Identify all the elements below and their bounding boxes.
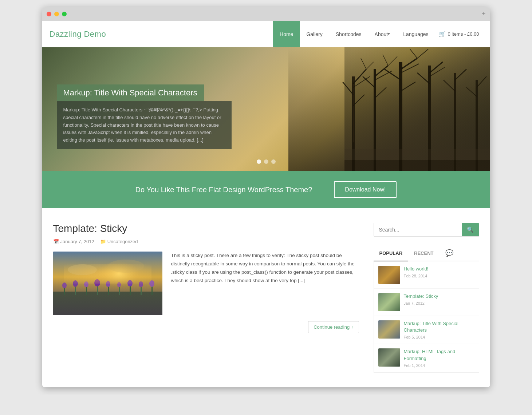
download-button[interactable]: Download Now! [334, 181, 397, 198]
hero-dot-2[interactable] [264, 159, 268, 164]
nav-shortcodes[interactable]: Shortcodes [329, 21, 368, 47]
tab-popular[interactable]: POPULAR [374, 245, 409, 261]
svg-rect-42 [75, 284, 76, 295]
site-header: Dazzling Demo Home Gallery Shortcodes Ab… [42, 21, 490, 47]
maximize-button[interactable] [62, 12, 67, 16]
site-wrapper: Dazzling Demo Home Gallery Shortcodes Ab… [42, 21, 490, 387]
svg-rect-46 [97, 284, 98, 295]
search-input[interactable] [374, 223, 462, 236]
hero-title: Markup: Title With Special Characters [63, 88, 197, 98]
post-meta: 📅 January 7, 2012 📁 Uncategorized [53, 239, 359, 244]
continue-button[interactable]: Continue reading › [308, 321, 359, 333]
hero-desc-box: Markup: Title With Special Characters ~'… [57, 101, 232, 149]
sidebar-tabs: POPULAR RECENT 💬 [374, 245, 479, 261]
sidebar-post-info: Markup: HTML Tags and Formatting Feb 1, … [404, 348, 474, 367]
site-logo[interactable]: Dazzling Demo [50, 29, 273, 39]
svg-point-49 [106, 281, 110, 287]
svg-point-45 [84, 281, 88, 287]
sidebar-post-title[interactable]: Template: Sticky [404, 293, 474, 300]
hero-dot-1[interactable] [257, 159, 261, 164]
svg-point-37 [68, 264, 97, 275]
nav-about[interactable]: About [368, 21, 397, 47]
tab-comments[interactable]: 💬 [440, 245, 459, 261]
svg-rect-39 [53, 292, 162, 315]
hero-trees [266, 47, 490, 171]
sidebar-posts: Hello world! Feb 28, 2014 Template: Stic… [374, 261, 479, 373]
sidebar-post-date: Feb 1, 2014 [404, 363, 474, 368]
continue-reading: Continue reading › [53, 321, 359, 333]
continue-arrow: › [352, 324, 353, 330]
svg-point-51 [117, 282, 121, 287]
svg-point-47 [94, 279, 100, 286]
sidebar-post-thumbnail [378, 320, 400, 339]
sidebar-post-date: Jan 7, 2012 [404, 301, 474, 305]
svg-rect-50 [119, 285, 120, 295]
svg-rect-44 [86, 285, 87, 295]
sidebar-post-date: Feb 5, 2014 [404, 335, 474, 339]
post-thumbnail [53, 252, 162, 315]
sidebar-post-title[interactable]: Markup: HTML Tags and Formatting [404, 348, 474, 361]
cart-icon: 🛒 [439, 31, 446, 37]
expand-icon[interactable]: + [482, 10, 486, 18]
svg-point-38 [108, 260, 144, 273]
svg-point-53 [127, 280, 133, 286]
svg-point-57 [149, 280, 154, 287]
svg-point-43 [73, 280, 78, 287]
posts-area: Template: Sticky 📅 January 7, 2012 📁 Unc… [53, 223, 359, 373]
folder-icon: 📁 [100, 239, 106, 244]
svg-rect-48 [108, 285, 109, 295]
sidebar-post-thumbnail [378, 348, 400, 367]
post-title: Template: Sticky [53, 223, 359, 234]
list-item: Markup: Title With Special Characters Fe… [374, 316, 479, 344]
tab-recent[interactable]: RECENT [408, 245, 439, 261]
sidebar-post-info: Template: Sticky Jan 7, 2012 [404, 293, 474, 305]
sidebar-post-info: Hello world! Feb 28, 2014 [404, 266, 474, 278]
svg-rect-34 [344, 149, 490, 160]
cta-text: Do You Like This Free Flat Design WordPr… [135, 186, 312, 194]
post-category-meta: 📁 Uncategorized [100, 239, 138, 244]
browser-titlebar: + [42, 7, 490, 21]
post-text: This is a sticky post. There are a few t… [171, 252, 359, 315]
svg-rect-33 [344, 160, 490, 171]
search-box: 🔍 [374, 223, 479, 237]
nav-home[interactable]: Home [273, 21, 300, 47]
search-button[interactable]: 🔍 [462, 223, 479, 236]
sidebar: 🔍 POPULAR RECENT 💬 [374, 223, 479, 373]
svg-rect-40 [64, 286, 65, 295]
sidebar-post-date: Feb 28, 2014 [404, 274, 474, 278]
svg-rect-36 [53, 252, 162, 315]
close-button[interactable] [47, 12, 51, 16]
nav-gallery[interactable]: Gallery [300, 21, 329, 47]
hero-description: Markup: Title With Special Characters ~'… [63, 106, 225, 144]
svg-point-55 [139, 281, 143, 287]
post-category: Uncategorized [107, 239, 138, 244]
minimize-button[interactable] [54, 12, 59, 16]
hero-dots [257, 159, 276, 164]
hero-dot-3[interactable] [271, 159, 276, 164]
sidebar-post-info: Markup: Title With Special Characters Fe… [404, 320, 474, 339]
cart-item[interactable]: 🛒 0 items - £0.00 [435, 31, 483, 37]
sidebar-post-title[interactable]: Hello world! [404, 266, 474, 272]
main-content: Template: Sticky 📅 January 7, 2012 📁 Unc… [42, 208, 490, 387]
continue-label: Continue reading [314, 324, 350, 330]
browser-window: + Dazzling Demo Home Gallery Shortcodes … [42, 7, 490, 387]
list-item: Markup: HTML Tags and Formatting Feb 1, … [374, 344, 479, 372]
nav-languages[interactable]: Languages [397, 21, 435, 47]
site-nav: Home Gallery Shortcodes About Languages … [273, 21, 482, 47]
svg-point-41 [62, 282, 67, 288]
sidebar-post-thumbnail [378, 293, 400, 311]
post-body: This is a sticky post. There are a few t… [53, 252, 359, 315]
svg-rect-54 [141, 285, 142, 295]
cart-label: 0 items - £0.00 [448, 31, 479, 37]
sidebar-post-thumbnail [378, 266, 400, 284]
svg-rect-52 [130, 284, 131, 295]
list-item: Hello world! Feb 28, 2014 [374, 261, 479, 289]
post-date: January 7, 2012 [60, 239, 94, 244]
hero-content: Markup: Title With Special Characters Ma… [57, 84, 232, 149]
calendar-icon: 📅 [53, 239, 59, 244]
list-item: Template: Sticky Jan 7, 2012 [374, 289, 479, 316]
svg-rect-2 [353, 76, 354, 142]
svg-rect-56 [151, 284, 153, 295]
cta-banner: Do You Like This Free Flat Design WordPr… [42, 171, 490, 208]
sidebar-post-title[interactable]: Markup: Title With Special Characters [404, 320, 474, 333]
